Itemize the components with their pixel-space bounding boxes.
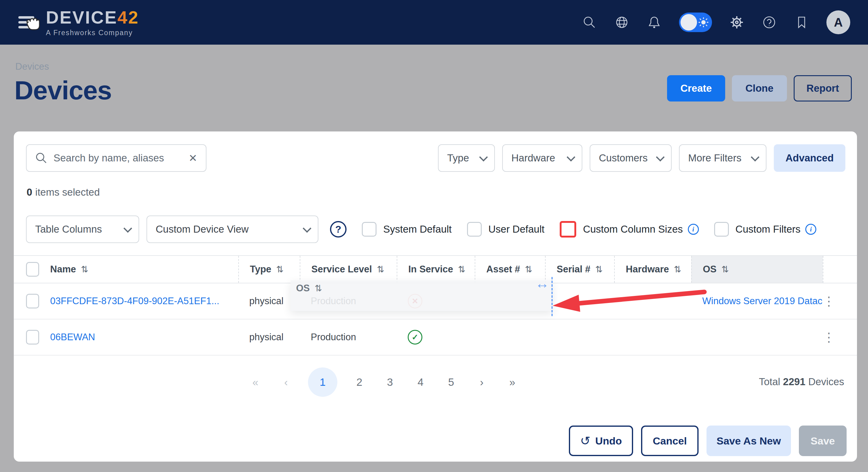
page-button-4[interactable]: 4 — [412, 368, 429, 397]
page-button-5[interactable]: 5 — [442, 368, 460, 397]
sort-icon[interactable]: ⇅ — [276, 264, 283, 275]
column-header-name[interactable]: Name⇅ — [39, 256, 238, 283]
search-input[interactable] — [54, 152, 189, 164]
help-icon[interactable] — [762, 15, 777, 30]
advanced-button[interactable]: Advanced — [774, 144, 845, 172]
row-actions-kebab-icon[interactable]: ⋮ — [823, 332, 857, 342]
column-header-type[interactable]: Type⇅ — [238, 256, 300, 283]
type-filter-label: Type — [447, 152, 469, 164]
column-header-actions — [823, 256, 857, 283]
sort-icon[interactable]: ⇅ — [81, 264, 88, 275]
system-default-option[interactable]: System Default — [362, 222, 452, 237]
type-filter-dropdown[interactable]: Type — [438, 144, 495, 172]
column-header-serial[interactable]: Serial #⇅ — [545, 256, 614, 283]
save-as-new-button[interactable]: Save As New — [707, 426, 791, 456]
sort-icon[interactable]: ⇅ — [525, 264, 532, 275]
column-drag-ghost[interactable]: OS⇅ — [290, 280, 552, 311]
sort-icon[interactable]: ⇅ — [674, 264, 681, 275]
column-header-in-service[interactable]: In Service⇅ — [397, 256, 475, 283]
view-help-icon[interactable]: ? — [330, 221, 346, 238]
search-icon[interactable] — [582, 15, 597, 30]
create-button[interactable]: Create — [667, 75, 725, 101]
chevron-down-icon — [567, 153, 575, 161]
customers-filter-dropdown[interactable]: Customers — [590, 144, 672, 172]
select-all-checkbox[interactable] — [26, 262, 39, 277]
logo-42: 42 — [118, 7, 139, 27]
custom-device-view-dropdown[interactable]: Custom Device View — [147, 216, 318, 243]
chevron-down-icon — [303, 224, 311, 233]
clone-button[interactable]: Clone — [732, 75, 787, 101]
device-name-link[interactable]: 03FFCDFE-873D-4F09-902E-A51EF1... — [50, 295, 219, 307]
sort-icon[interactable]: ⇅ — [377, 264, 384, 275]
cell-serial — [545, 319, 614, 355]
toggle-knob — [681, 14, 697, 31]
report-button[interactable]: Report — [794, 75, 852, 101]
table-columns-label: Table Columns — [35, 223, 102, 235]
info-icon[interactable]: i — [688, 224, 699, 235]
breadcrumb[interactable]: Devices — [15, 61, 49, 72]
chevron-down-icon — [124, 224, 132, 233]
user-default-label: User Default — [489, 223, 545, 235]
device-name-link[interactable]: 06BEWAN — [50, 332, 95, 343]
column-header-hardware[interactable]: Hardware⇅ — [614, 256, 691, 283]
undo-button[interactable]: ↺ Undo — [569, 426, 633, 456]
logo-text: DEVICE — [46, 7, 118, 27]
clear-search-icon[interactable]: ✕ — [189, 152, 197, 164]
table-columns-dropdown[interactable]: Table Columns — [26, 216, 139, 243]
top-navbar: DEVICE42 A Freshworks Company — [0, 0, 868, 44]
cancel-button[interactable]: Cancel — [641, 426, 699, 456]
sort-icon[interactable]: ⇅ — [458, 264, 465, 275]
cell-serial — [545, 283, 614, 319]
selected-count-value: 0 — [27, 187, 32, 198]
resize-horizontal-icon: ↔ — [535, 275, 549, 292]
chevron-down-icon — [479, 153, 488, 161]
row-checkbox[interactable] — [26, 294, 39, 309]
custom-filters-checkbox[interactable] — [714, 222, 729, 237]
row-checkbox[interactable] — [26, 330, 39, 345]
save-button[interactable]: Save — [799, 426, 846, 456]
table-row[interactable]: 06BEWAN physical Production ✓ ⋮ — [14, 319, 857, 355]
devices-page: DEVICE42 A Freshworks Company — [0, 0, 868, 472]
column-header-os[interactable]: OS⇅ — [691, 256, 823, 283]
page-button-2[interactable]: 2 — [351, 368, 368, 397]
column-drop-indicator — [552, 277, 553, 316]
page-title: Devices — [14, 75, 112, 105]
custom-filters-label: Custom Filters — [736, 223, 801, 235]
total-devices-count: Total 2291 Devices — [759, 376, 844, 388]
more-filters-dropdown[interactable]: More Filters — [679, 144, 767, 172]
custom-column-sizes-checkbox[interactable] — [560, 221, 576, 238]
settings-gear-icon[interactable] — [729, 15, 744, 30]
device-os-link[interactable]: Windows Server 2019 Datac — [702, 295, 823, 307]
sort-icon[interactable]: ⇅ — [721, 264, 729, 275]
custom-column-sizes-option[interactable]: Custom Column Sizes i — [560, 221, 699, 238]
sun-icon — [698, 17, 709, 28]
bookmark-icon[interactable] — [794, 15, 809, 30]
column-header-service-level[interactable]: Service Level⇅ — [300, 256, 397, 283]
page-button-3[interactable]: 3 — [381, 368, 399, 397]
notifications-bell-icon[interactable] — [647, 15, 662, 30]
page-button-1[interactable]: 1 — [308, 368, 337, 397]
globe-icon[interactable] — [614, 15, 629, 30]
row-actions-kebab-icon[interactable]: ⋮ — [823, 296, 857, 306]
hardware-filter-dropdown[interactable]: Hardware — [502, 144, 582, 172]
search-box: ✕ — [26, 144, 207, 172]
theme-toggle[interactable] — [679, 12, 712, 32]
customers-filter-label: Customers — [599, 152, 648, 164]
last-page-button[interactable]: » — [504, 368, 521, 397]
column-header-asset[interactable]: Asset #⇅ — [475, 256, 545, 283]
user-default-option[interactable]: User Default — [467, 222, 545, 237]
system-default-label: System Default — [383, 223, 452, 235]
first-page-button[interactable]: « — [247, 368, 264, 397]
prev-page-button[interactable]: ‹ — [277, 368, 294, 397]
user-avatar[interactable]: A — [827, 10, 850, 34]
sort-icon[interactable]: ⇅ — [595, 264, 602, 275]
user-default-checkbox[interactable] — [467, 222, 482, 237]
custom-column-sizes-label: Custom Column Sizes — [583, 223, 683, 235]
drag-ghost-label: OS⇅ — [296, 283, 322, 294]
system-default-checkbox[interactable] — [362, 222, 376, 237]
chevron-down-icon — [751, 153, 760, 161]
hardware-filter-label: Hardware — [512, 152, 555, 164]
info-icon[interactable]: i — [805, 224, 816, 235]
next-page-button[interactable]: › — [473, 368, 490, 397]
custom-filters-option[interactable]: Custom Filters i — [714, 222, 817, 237]
